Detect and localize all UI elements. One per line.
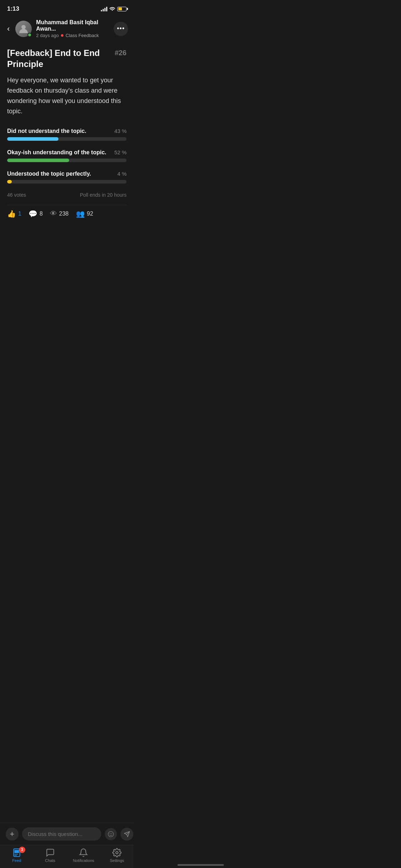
poll-bar-fill-1 [7, 137, 58, 141]
header-meta: 2 days ago Class Feedback [36, 33, 109, 38]
comment-button[interactable]: 💬 8 [29, 210, 43, 218]
status-bar: 1:13 [0, 0, 134, 16]
user-name: Muhammad Basit Iqbal Awan... [36, 19, 109, 32]
poll-bar-fill-3 [7, 180, 12, 184]
view-count: 238 [59, 211, 69, 217]
like-icon: 👍 [7, 210, 16, 218]
poll-label-2: Okay-ish understanding of the topic. [7, 149, 106, 156]
poll-label-row-1: Did not understand the topic. 43 % [7, 128, 127, 134]
battery-icon [117, 7, 127, 11]
poll-label-3: Understood the topic perfectly. [7, 171, 91, 177]
comment-icon: 💬 [29, 210, 37, 218]
poll-percent-3: 4 % [117, 171, 127, 177]
post-number: #26 [115, 49, 127, 57]
poll-bar-track-2 [7, 159, 127, 162]
svg-point-0 [21, 25, 26, 29]
poll-votes: 46 votes [7, 192, 26, 198]
post-title: [Feedback] End to End Principle [7, 47, 110, 69]
wifi-icon [109, 6, 115, 12]
poll-label-row-3: Understood the topic perfectly. 4 % [7, 171, 127, 177]
poll-bar-track-1 [7, 137, 127, 141]
status-icons [101, 6, 127, 12]
engagement-bar: 👍 1 💬 8 👁 238 👥 92 [7, 205, 127, 222]
poll-label-row-2: Okay-ish understanding of the topic. 52 … [7, 149, 127, 156]
more-options-button[interactable]: ••• [114, 22, 128, 36]
poll-item-2[interactable]: Okay-ish understanding of the topic. 52 … [7, 149, 127, 162]
avatar-wrapper [15, 21, 32, 37]
header-info: Muhammad Basit Iqbal Awan... 2 days ago … [36, 19, 109, 38]
separator-dot [61, 34, 63, 37]
eye-icon: 👁 [50, 210, 57, 218]
poll-ends: Poll ends in 20 hours [80, 192, 127, 198]
post-header: ‹ Muhammad Basit Iqbal Awan... 2 days ag… [0, 16, 134, 42]
poll-bar-track-3 [7, 180, 127, 184]
time-ago: 2 days ago [36, 33, 59, 38]
poll-label-1: Did not understand the topic. [7, 128, 86, 134]
members-count: 92 [87, 211, 93, 217]
category-label: Class Feedback [66, 33, 99, 38]
post-title-row: [Feedback] End to End Principle #26 [7, 47, 127, 69]
post-body: Hey everyone, we wanted to get your feed… [7, 75, 127, 116]
poll-item-1[interactable]: Did not understand the topic. 43 % [7, 128, 127, 141]
like-count: 1 [18, 211, 21, 217]
poll-bar-fill-2 [7, 159, 69, 162]
status-time: 1:13 [7, 5, 19, 12]
poll-item-3[interactable]: Understood the topic perfectly. 4 % [7, 171, 127, 184]
members-icon: 👥 [76, 210, 85, 218]
main-content: [Feedback] End to End Principle #26 Hey … [0, 42, 134, 228]
view-count-item: 👁 238 [50, 210, 69, 218]
back-button[interactable]: ‹ [6, 23, 11, 35]
members-item: 👥 92 [76, 210, 93, 218]
comment-count: 8 [40, 211, 43, 217]
online-indicator [27, 33, 32, 37]
poll-percent-1: 43 % [114, 128, 127, 134]
poll-percent-2: 52 % [114, 149, 127, 155]
signal-icon [101, 6, 107, 11]
like-button[interactable]: 👍 1 [7, 210, 21, 218]
poll-footer: 46 votes Poll ends in 20 hours [7, 192, 127, 198]
